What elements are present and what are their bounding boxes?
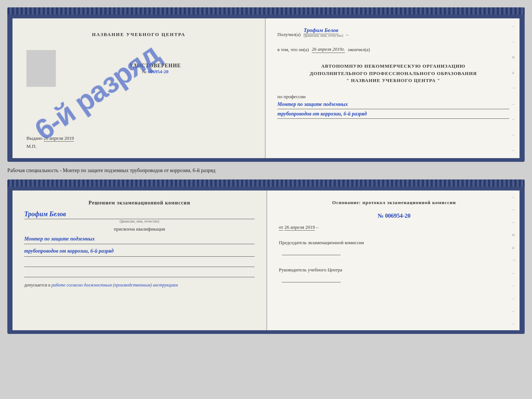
- org-line3: " НАЗВАНИЕ УЧЕБНОГО ЦЕНТРА ": [277, 77, 509, 84]
- date-prefix: в том, что он(а): [277, 47, 309, 53]
- profession-line1: Монтер по защите подземных: [277, 100, 509, 109]
- recipient-line: Получил(а) Трофим Белов (фамилия, имя, о…: [277, 27, 509, 38]
- profession-line2: трубопроводов от коррозии, 6-й разряд: [277, 109, 509, 119]
- top-doc-left: НАЗВАНИЕ УЧЕБНОГО ЦЕНТРА УДОСТОВЕРЕНИЕ №…: [12, 18, 266, 158]
- cert-number-value: 006954-20: [148, 69, 168, 74]
- director-block: Руководитель учебного Центра: [279, 266, 509, 282]
- recipient-sub: (фамилия, имя, отчество): [303, 33, 343, 38]
- recipient-prefix: Получил(а): [277, 32, 301, 38]
- director-label: Руководитель учебного Центра: [279, 266, 509, 274]
- top-document: НАЗВАНИЕ УЧЕБНОГО ЦЕНТРА УДОСТОВЕРЕНИЕ №…: [7, 7, 525, 162]
- middle-text: Рабочая специальность - Монтер по защите…: [7, 166, 525, 175]
- org-line2: ДОПОЛНИТЕЛЬНОГО ПРОФЕССИОНАЛЬНОГО ОБРАЗО…: [277, 70, 509, 77]
- issued-date-value: 26 апреля 2019: [44, 135, 74, 142]
- person-name: Трофим Белов: [24, 210, 255, 219]
- training-center-label: НАЗВАНИЕ УЧЕБНОГО ЦЕНТРА: [92, 32, 186, 38]
- profession-label: по профессии: [277, 94, 509, 100]
- profession-section: по профессии Монтер по защите подземных …: [277, 94, 509, 119]
- mp-label: М.П.: [26, 143, 36, 149]
- date-line: в том, что он(а) 26 апреля 2019г. окончи…: [277, 46, 509, 53]
- right-dashes-b: – – – и а ← – – – – –: [512, 190, 517, 330]
- chairman-signature-line: [282, 255, 341, 255]
- org-line1: АВТОНОМНУЮ НЕКОММЕРЧЕСКУЮ ОРГАНИЗАЦИЮ: [277, 63, 509, 70]
- issued-date: Выдано 26 апреля 2019: [26, 135, 74, 141]
- org-text: АВТОНОМНУЮ НЕКОММЕРЧЕСКУЮ ОРГАНИЗАЦИЮ ДО…: [277, 63, 509, 84]
- допускается-value: работе согласно должностным (производств…: [51, 282, 178, 288]
- blank-line-1: [24, 260, 255, 267]
- допускается-prefix: допускается к: [24, 282, 50, 288]
- protocol-date: от 26 апреля 2019 –: [279, 224, 509, 230]
- date-value: 26 апреля 2019г.: [312, 46, 345, 53]
- protocol-number: № 006954-20: [279, 213, 509, 219]
- bottom-doc-right: – – – и а ← – – – – – Основание: протоко…: [267, 190, 520, 330]
- blank-line-2: [24, 270, 255, 277]
- border-bottom-b: [7, 183, 525, 187]
- top-doc-right: – – и а ← – – – – Получил(а) Трофим Бело…: [266, 18, 520, 158]
- date-suffix: окончил(а): [348, 47, 370, 53]
- director-signature-line: [282, 282, 341, 282]
- protocol-date-prefix: от: [279, 224, 283, 231]
- protocol-date-value: 26 апреля 2019: [284, 224, 315, 231]
- right-dashes: – – и а ← – – – –: [512, 18, 517, 158]
- cert-number: № 006954-20: [142, 69, 169, 75]
- issued-prefix: Выдано: [26, 135, 42, 141]
- border-top-b: [7, 179, 525, 183]
- border-bottom: [7, 11, 525, 15]
- person-name-block: Трофим Белов (фамилия, имя, отчество): [24, 207, 255, 223]
- commission-header: Решением экзаменационной комиссии: [24, 199, 255, 207]
- person-sub: (фамилия, имя, отчество): [24, 219, 255, 223]
- chairman-block: Председатель экзаменационной комиссии: [279, 239, 509, 255]
- bottom-doc-left: Решением экзаменационной комиссии Трофим…: [12, 190, 267, 330]
- qualification-line2: трубопроводов от коррозии, 6-й разряд: [24, 246, 255, 257]
- qualification-label: присвоена квалификация: [24, 226, 255, 232]
- допускается-line: допускается к работе согласно должностны…: [24, 282, 255, 288]
- photo-placeholder: [26, 50, 56, 87]
- chairman-label: Председатель экзаменационной комиссии: [279, 239, 509, 247]
- border-top: [7, 7, 525, 11]
- cert-number-prefix: №: [142, 69, 147, 74]
- osnov-header: Основание: протокол экзаменационной коми…: [279, 199, 509, 206]
- cert-label: УДОСТОВЕРЕНИЕ: [129, 63, 181, 69]
- bottom-document: Решением экзаменационной комиссии Трофим…: [7, 179, 525, 334]
- qualification-line1: Монтер по защите подземных: [24, 234, 255, 245]
